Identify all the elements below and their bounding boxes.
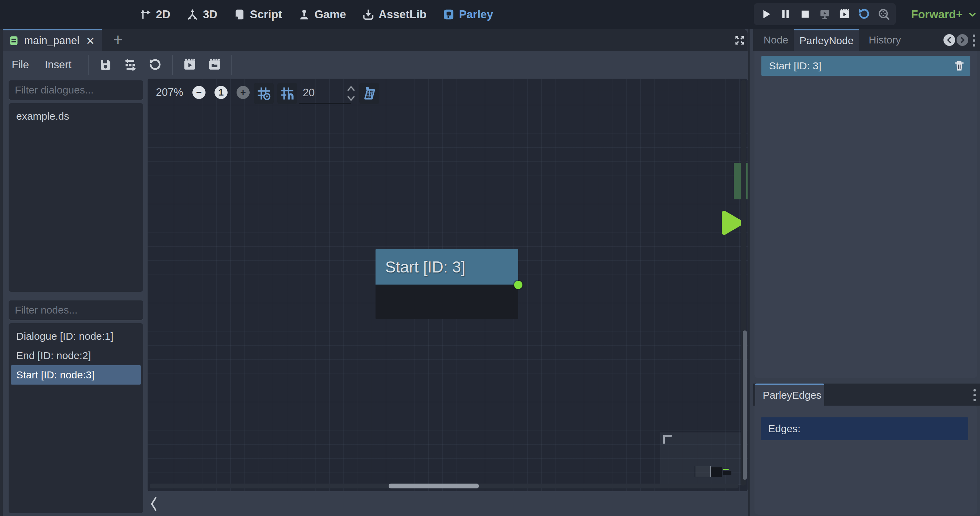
tab-parley[interactable]: Parley [442, 8, 493, 21]
top-bar: 2D 3D Script Game [0, 0, 980, 29]
renderer-label: Forward+ [911, 8, 963, 21]
dialogue-filter-input[interactable] [9, 84, 151, 96]
assetlib-icon [362, 8, 374, 21]
zoom-in-button[interactable]: + [237, 86, 250, 99]
insert-menu[interactable]: Insert [45, 59, 72, 71]
collapse-panel-button[interactable] [149, 496, 160, 512]
test-dialogue-button[interactable] [181, 56, 198, 73]
list-item[interactable]: Dialogue [ID: node:1] [11, 326, 141, 346]
pause-button[interactable] [778, 6, 793, 22]
graph-node-start[interactable]: Start [ID: 3] [375, 249, 518, 319]
list-item[interactable]: End [ID: node:2] [11, 346, 141, 365]
add-tab-button[interactable]: + [110, 29, 126, 50]
workspace-tabs: 2D 3D Script Game [139, 0, 493, 29]
profiler-icon [877, 8, 890, 21]
snap-grid-icon [256, 86, 271, 101]
tab-2d[interactable]: 2D [139, 8, 170, 21]
parleynode-inspector: Start [ID: 3] [754, 51, 977, 378]
tab-parleynode[interactable]: ParleyNode [794, 29, 859, 51]
snap-grid-toggle[interactable] [254, 83, 274, 104]
graph-node-title[interactable]: Start [ID: 3] [375, 249, 518, 285]
reset-view-button[interactable] [146, 56, 164, 73]
next-tab-button[interactable] [956, 34, 968, 46]
playback-toolbar [754, 3, 896, 25]
minimap[interactable] [660, 432, 743, 485]
dock-divider [748, 29, 750, 516]
chevron-left-icon [149, 496, 158, 512]
tab-parley-label: Parley [459, 8, 493, 21]
grid-map-icon [362, 86, 377, 101]
output-port[interactable] [514, 281, 522, 289]
reload-button[interactable] [857, 6, 872, 22]
renderer-selector[interactable]: Forward+ [911, 0, 978, 29]
panel-scene-icon [8, 35, 19, 46]
inspector-tab-bar: Node ParleyNode History [753, 29, 980, 51]
minimap-port-blip [723, 469, 729, 470]
reset-icon [148, 57, 162, 72]
save-button[interactable] [97, 56, 114, 73]
kebab-menu-icon[interactable] [973, 389, 976, 401]
tab-3d-label: 3D [203, 8, 217, 21]
script-icon [233, 8, 245, 21]
delete-node-button[interactable] [953, 60, 966, 72]
movie-maker-button[interactable] [837, 6, 852, 22]
tab-script-label: Script [250, 8, 282, 21]
file-menu[interactable]: File [12, 59, 29, 71]
tab-2d-label: 2D [156, 8, 170, 21]
zoom-reset-button[interactable]: 1 [215, 86, 228, 99]
profiler-button[interactable] [876, 6, 891, 22]
tab-node[interactable]: Node [759, 29, 793, 51]
tab-assetlib[interactable]: AssetLib [362, 8, 426, 21]
zoom-out-button[interactable]: − [192, 86, 205, 99]
prev-tab-button[interactable] [943, 34, 955, 46]
horizontal-scrollbar-thumb[interactable] [389, 484, 479, 488]
clapper-play-icon [182, 57, 197, 72]
snap-distance-spinner[interactable] [346, 83, 356, 104]
node-filter-input[interactable] [9, 304, 151, 316]
tab-history[interactable]: History [864, 29, 905, 51]
remote-debug-button[interactable] [817, 6, 832, 22]
stop-icon [799, 8, 812, 21]
tab-game[interactable]: Game [298, 8, 346, 21]
tab-3d[interactable]: 3D [186, 8, 217, 21]
minimap-camera-rect [695, 466, 711, 477]
window-edge [0, 29, 3, 516]
tab-parleyedges[interactable]: ParleyEdges [755, 384, 824, 406]
clapper-new-icon [207, 57, 222, 72]
chevron-down-icon [347, 95, 356, 102]
minimap-toggle[interactable] [359, 83, 379, 104]
snap-distance-field[interactable]: 20 [299, 83, 351, 104]
kebab-menu-icon[interactable] [972, 35, 975, 46]
play-icon [759, 8, 772, 21]
game-icon [298, 8, 310, 21]
chevron-up-icon [347, 85, 356, 92]
stop-button[interactable] [798, 6, 813, 22]
minimap-node-blip [711, 467, 722, 477]
parley-icon [442, 8, 455, 21]
list-item-selected[interactable]: Start [ID: node:3] [11, 365, 141, 385]
graph-canvas[interactable]: 207% − 1 + 20 Start [ID: 3] [148, 79, 748, 491]
list-item[interactable]: example.ds [11, 107, 141, 126]
dialogue-filter [9, 80, 143, 100]
arrange-nodes-button[interactable] [122, 56, 139, 73]
remote-debug-icon [818, 8, 831, 21]
play-button[interactable] [758, 6, 773, 22]
toolbar-divider [231, 55, 232, 75]
snap-distance-value: 20 [303, 87, 315, 99]
parleyedges-panel: Edges: [754, 406, 977, 514]
godot-editor-window: 2D 3D Script Game [0, 0, 980, 516]
snap-distance-toggle[interactable] [277, 83, 297, 104]
parley-toolbar: File Insert [0, 51, 748, 79]
test-from-node-button[interactable] [206, 56, 223, 73]
save-icon [98, 57, 113, 72]
arrange-icon [123, 57, 138, 72]
tab-script[interactable]: Script [233, 8, 282, 21]
inspector-node-header: Start [ID: 3] [761, 56, 970, 76]
node-list: Dialogue [ID: node:1] End [ID: node:2] S… [9, 323, 143, 513]
vertical-scrollbar-thumb[interactable] [743, 330, 747, 480]
move-2d-icon [139, 8, 152, 21]
expand-icon[interactable] [732, 32, 748, 48]
close-icon[interactable]: × [86, 34, 94, 48]
tab-main-panel[interactable]: main_panel × [2, 29, 102, 51]
toolbar-divider [172, 55, 173, 75]
